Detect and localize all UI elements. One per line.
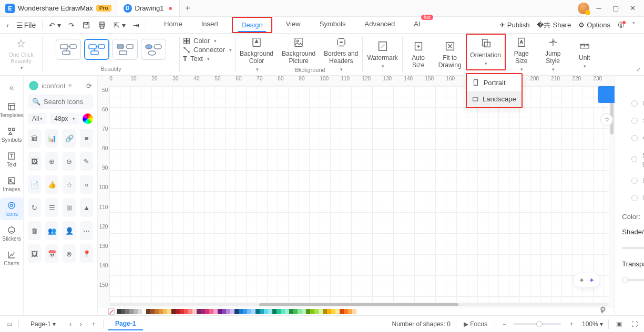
orientation-portrait[interactable]: Portrait — [467, 74, 522, 91]
icon-item[interactable]: ☆ — [63, 175, 76, 194]
zoom-level[interactable]: 100% ▾ — [582, 320, 603, 328]
print-button[interactable] — [95, 19, 109, 32]
color-swatch[interactable] — [239, 309, 243, 314]
sidebar-text[interactable]: Text — [0, 148, 23, 171]
icon-item[interactable]: 👤 — [63, 221, 76, 240]
color-swatch[interactable] — [348, 309, 352, 314]
ai-sparkle-icon[interactable]: ✦ — [579, 276, 585, 284]
color-swatch[interactable] — [352, 309, 356, 314]
color-swatch[interactable] — [285, 309, 289, 314]
color-swatch[interactable] — [314, 309, 319, 314]
color-swatch[interactable] — [155, 309, 159, 314]
icon-item[interactable]: ≡ — [80, 129, 93, 148]
icon-item[interactable]: 🖼 — [28, 152, 41, 171]
color-swatch[interactable] — [129, 309, 134, 314]
icon-item[interactable]: 📊 — [45, 129, 58, 148]
user-avatar[interactable] — [578, 3, 589, 14]
page-size-button[interactable]: APage Size▾ — [506, 34, 537, 75]
borders-headers-button[interactable]: Borders and Headers▾ — [320, 34, 362, 75]
fit-to-drawing-button[interactable]: Fit to Drawing — [434, 34, 466, 75]
text-dropdown[interactable]: T Text ▾ — [183, 55, 232, 63]
format-panel-tab-icon[interactable] — [598, 86, 615, 103]
color-swatch[interactable] — [335, 309, 340, 314]
shade-slider[interactable] — [622, 247, 644, 249]
color-swatch[interactable] — [213, 309, 218, 314]
tab-design[interactable]: Design — [232, 17, 272, 33]
layout-style-3[interactable] — [113, 39, 138, 60]
color-swatch[interactable] — [268, 309, 272, 314]
color-swatch[interactable] — [176, 309, 180, 314]
color-dropdown[interactable]: Color ▾ — [183, 37, 232, 45]
color-swatch[interactable] — [138, 309, 142, 314]
notifications-button[interactable]: 🛈 — [618, 21, 625, 29]
color-swatch[interactable] — [218, 309, 222, 314]
connector-dropdown[interactable]: Connector ▾ — [183, 46, 232, 54]
focus-mode-button[interactable]: ▶ Focus — [462, 319, 489, 329]
tab-insert[interactable]: Insert — [196, 17, 224, 33]
save-button[interactable] — [79, 19, 94, 32]
color-swatch[interactable] — [323, 309, 327, 314]
sidebar-images[interactable]: Images — [0, 173, 23, 195]
panel-settings-icon[interactable]: ⚙ — [600, 305, 606, 313]
icon-item[interactable]: 📍 — [80, 244, 93, 263]
color-swatch[interactable] — [134, 309, 138, 314]
sidebar-symbols[interactable]: Symbols — [0, 123, 23, 146]
color-filter-button[interactable] — [83, 113, 93, 124]
color-swatch[interactable] — [302, 309, 306, 314]
icon-item[interactable]: ⋯ — [80, 221, 93, 240]
horizontal-scrollbar[interactable] — [98, 302, 614, 308]
zoom-out-button[interactable]: − — [500, 319, 508, 329]
canvas-grid[interactable]: ✦ ✦ — [109, 86, 609, 302]
color-swatch[interactable] — [260, 309, 264, 314]
filter-size-select[interactable]: 48px▾ — [50, 113, 79, 124]
fill-single-gradient[interactable]: Single color gradient fill — [622, 148, 644, 170]
color-swatch[interactable] — [188, 309, 192, 314]
icon-item[interactable]: ☰ — [45, 198, 58, 217]
color-swatch[interactable] — [234, 309, 239, 314]
icon-item[interactable]: 🖼 — [28, 244, 41, 263]
next-page-button[interactable]: › — [78, 319, 84, 329]
color-swatch[interactable] — [150, 309, 155, 314]
icon-item[interactable]: ⊕ — [45, 152, 58, 171]
watermark-button[interactable]: Watermark▾ — [363, 34, 402, 75]
color-swatch[interactable] — [243, 309, 247, 314]
icon-item[interactable]: 🏛 — [28, 129, 41, 148]
color-swatch[interactable] — [281, 309, 285, 314]
color-swatch[interactable] — [201, 309, 205, 314]
transparency-slider[interactable] — [622, 279, 644, 281]
close-button[interactable]: ✕ — [625, 1, 640, 16]
color-swatch[interactable] — [117, 309, 121, 314]
page-dropdown[interactable]: Page-1 ▾ — [23, 318, 63, 330]
color-swatch[interactable] — [142, 309, 146, 314]
fill-pattern[interactable]: Pattern fill — [622, 173, 644, 188]
color-strip[interactable]: ▾ — [98, 308, 614, 315]
sidebar-stickers[interactable]: Stickers — [0, 222, 23, 245]
fit-page-button[interactable]: ▣ — [614, 319, 624, 329]
color-swatch[interactable] — [146, 309, 150, 314]
color-swatch[interactable] — [289, 309, 293, 314]
export-button[interactable]: ⇱ ▾ — [110, 19, 129, 32]
icon-item[interactable]: ✎ — [80, 152, 93, 171]
layout-style-2[interactable] — [84, 39, 109, 60]
fill-picture[interactable]: Picture or texture fill — [622, 191, 644, 205]
color-swatch[interactable] — [184, 309, 188, 314]
add-tab-button[interactable]: ＋ — [180, 3, 196, 14]
zoom-in-button[interactable]: ＋ — [566, 318, 577, 329]
tab-ai[interactable]: AIhot — [408, 17, 425, 33]
color-swatch[interactable] — [159, 309, 163, 314]
ribbon-expand-icon[interactable]: ⤢ — [636, 66, 641, 73]
auto-size-button[interactable]: Auto Size — [403, 34, 434, 75]
icon-item[interactable]: 🔗 — [63, 129, 76, 148]
tab-advanced[interactable]: Advanced — [360, 17, 401, 33]
sidebar-collapse-button[interactable]: « — [5, 79, 18, 97]
color-swatch[interactable] — [125, 309, 129, 314]
icon-item[interactable]: « — [80, 175, 93, 194]
layout-style-4[interactable] — [141, 39, 166, 60]
collapse-ribbon-button[interactable]: ˅ — [632, 21, 636, 29]
fullscreen-button[interactable]: ⛶ — [629, 319, 640, 329]
sidebar-charts[interactable]: Charts — [0, 247, 23, 269]
zoom-slider[interactable] — [514, 323, 561, 325]
color-swatch[interactable] — [327, 309, 331, 314]
color-swatch[interactable] — [163, 309, 167, 314]
file-menu[interactable]: ☰ File — [13, 19, 39, 32]
